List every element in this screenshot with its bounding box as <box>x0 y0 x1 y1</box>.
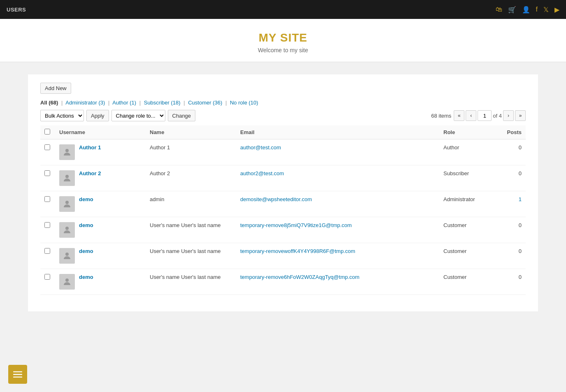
next-page-button[interactable]: › <box>503 110 514 121</box>
youtube-icon[interactable]: ▶ <box>554 6 559 14</box>
user-posts: 0 <box>519 248 522 254</box>
row-name-cell: User's name User's last name <box>146 269 236 295</box>
user-email-link[interactable]: author2@test.com <box>240 170 284 176</box>
filter-subscriber[interactable]: Subscriber (18) <box>144 100 181 106</box>
table-row: demo admin demosite@wpsheeteditor.com Ad… <box>40 191 526 217</box>
site-title: MY SITE <box>0 31 566 44</box>
row-name-cell: Author 1 <box>146 139 236 165</box>
username-header: Username <box>55 125 146 139</box>
row-checkbox[interactable] <box>44 170 50 176</box>
table-row: demo User's name User's last name tempor… <box>40 269 526 295</box>
avatar-icon <box>62 173 72 183</box>
row-checkbox-cell <box>40 139 55 165</box>
row-posts-cell: 0 <box>493 165 526 191</box>
change-role-select[interactable]: Change role to... <box>111 110 165 121</box>
top-navigation: USERS 🛍 🛒 👤 f 𝕏 ▶ <box>0 0 566 19</box>
filter-customer[interactable]: Customer (36) <box>188 100 222 106</box>
role-header: Role <box>439 125 493 139</box>
svg-point-5 <box>65 278 69 282</box>
apply-button[interactable]: Apply <box>86 110 109 121</box>
user-name: User's name User's last name <box>150 222 221 228</box>
username-link[interactable]: Author 1 <box>79 144 101 151</box>
page-input[interactable] <box>478 110 492 121</box>
select-all-header <box>40 125 55 139</box>
table-row: demo User's name User's last name tempor… <box>40 217 526 243</box>
bulk-actions-select[interactable]: Bulk Actions <box>40 110 84 121</box>
row-checkbox[interactable] <box>44 274 50 280</box>
filter-all[interactable]: All (68) <box>40 100 58 106</box>
row-role-cell: Subscriber <box>439 165 493 191</box>
filter-administrator[interactable]: Administrator (3) <box>65 100 105 106</box>
toolbar-right: 68 items « ‹ of 4 › » <box>431 110 526 121</box>
username-link[interactable]: demo <box>79 196 93 202</box>
user-name: User's name User's last name <box>150 274 221 280</box>
avatar <box>59 170 75 186</box>
add-new-button[interactable]: Add New <box>40 83 71 94</box>
avatar <box>59 196 75 212</box>
user-posts: 0 <box>519 144 522 151</box>
username-link[interactable]: demo <box>79 274 93 280</box>
avatar-icon <box>62 147 72 157</box>
row-checkbox-cell <box>40 217 55 243</box>
username-link[interactable]: demo <box>79 222 93 228</box>
row-email-cell: demosite@wpsheeteditor.com <box>236 191 439 217</box>
total-pages: of 4 <box>493 113 502 119</box>
avatar <box>59 144 75 160</box>
briefcase-icon[interactable]: 🛍 <box>496 6 502 13</box>
row-checkbox-cell <box>40 165 55 191</box>
twitter-icon[interactable]: 𝕏 <box>543 6 549 14</box>
row-email-cell: author2@test.com <box>236 165 439 191</box>
user-role: Customer <box>443 274 466 280</box>
user-name: Author 1 <box>150 144 170 151</box>
top-nav-icons: 🛍 🛒 👤 f 𝕏 ▶ <box>496 6 559 14</box>
site-header: MY SITE Welcome to my site <box>0 19 566 62</box>
user-posts-link[interactable]: 1 <box>519 196 522 202</box>
user-posts: 0 <box>519 170 522 176</box>
row-checkbox-cell <box>40 269 55 295</box>
user-role: Author <box>443 144 459 151</box>
row-username-cell: demo <box>55 191 146 217</box>
prev-page-button[interactable]: ‹ <box>466 110 476 121</box>
username-link[interactable]: Author 2 <box>79 170 101 176</box>
svg-point-0 <box>65 149 69 152</box>
row-username-cell: demo <box>55 269 146 295</box>
row-posts-cell: 0 <box>493 243 526 269</box>
table-row: demo User's name User's last name tempor… <box>40 243 526 269</box>
svg-point-2 <box>65 201 69 204</box>
row-name-cell: admin <box>146 191 236 217</box>
filter-links: All (68) | Administrator (3) | Author (1… <box>40 100 526 106</box>
row-checkbox[interactable] <box>44 196 50 202</box>
avatar-icon <box>62 277 72 287</box>
row-checkbox[interactable] <box>44 248 50 254</box>
change-button[interactable]: Change <box>168 110 196 121</box>
facebook-icon[interactable]: f <box>536 6 538 13</box>
toolbar: Bulk Actions Apply Change role to... Cha… <box>40 110 526 121</box>
username-link[interactable]: demo <box>79 248 93 254</box>
row-role-cell: Author <box>439 139 493 165</box>
user-email-link[interactable]: author@test.com <box>240 144 281 151</box>
row-checkbox[interactable] <box>44 144 50 150</box>
main-content: Add New All (68) | Administrator (3) | A… <box>28 74 538 311</box>
user-icon[interactable]: 👤 <box>522 6 530 14</box>
first-page-button[interactable]: « <box>454 110 464 121</box>
row-posts-cell: 0 <box>493 139 526 165</box>
avatar-icon <box>62 251 72 261</box>
cart-icon[interactable]: 🛒 <box>508 6 516 14</box>
row-username-cell: demo <box>55 243 146 269</box>
user-email-link[interactable]: temporary-removewoffK4Y4Y998R6F@tmp.com <box>240 248 355 254</box>
user-email-link[interactable]: demosite@wpsheeteditor.com <box>240 196 312 202</box>
filter-author[interactable]: Author (1) <box>112 100 136 106</box>
user-email-link[interactable]: temporary-remove6hFoW2W0ZAqgTyq@tmp.com <box>240 274 360 280</box>
row-email-cell: author@test.com <box>236 139 439 165</box>
filter-norole[interactable]: No role (10) <box>230 100 258 106</box>
row-role-cell: Customer <box>439 217 493 243</box>
row-checkbox[interactable] <box>44 222 50 228</box>
user-email-link[interactable]: temporary-remove8j5miQ7V9tize1G@tmp.com <box>240 222 352 228</box>
row-name-cell: User's name User's last name <box>146 217 236 243</box>
row-role-cell: Customer <box>439 269 493 295</box>
select-all-checkbox[interactable] <box>44 129 50 135</box>
avatar <box>59 274 75 290</box>
table-header-row: Username Name Email Role Posts <box>40 125 526 139</box>
last-page-button[interactable]: » <box>515 110 526 121</box>
row-username-cell: Author 2 <box>55 165 146 191</box>
